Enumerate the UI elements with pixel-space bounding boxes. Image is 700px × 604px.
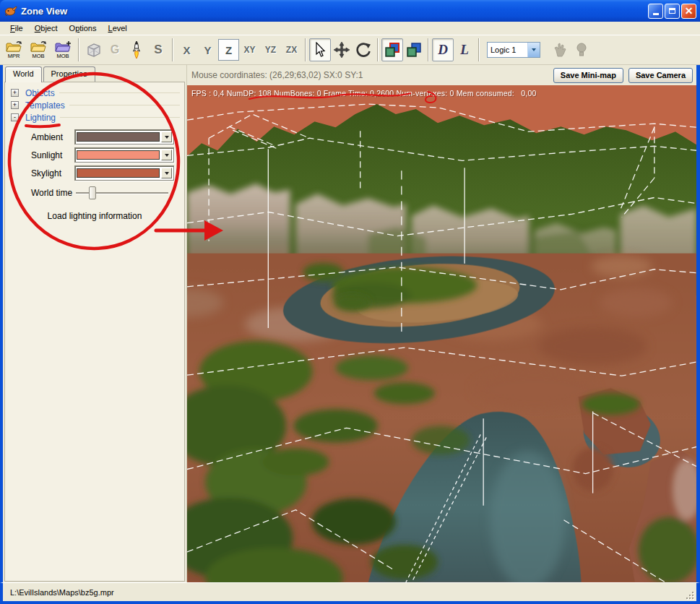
window-frame-bottom [0, 601, 700, 604]
open-mob-label: MOB [32, 53, 44, 59]
scene-viewport[interactable]: FPS : 0,4 NumDP: 108 NumBones: 0 Frame T… [187, 85, 696, 582]
tree-rule [60, 117, 180, 118]
skylight-dropdown-button[interactable] [161, 168, 172, 178]
disabled-hand-button [549, 38, 571, 61]
rotate-tool-button[interactable] [353, 38, 374, 61]
menu-object[interactable]: Object [29, 23, 64, 33]
layers-red-icon [384, 42, 401, 58]
fraktur-l-button[interactable]: L [454, 38, 475, 61]
toolbar: MPR MOB MOB [0, 35, 700, 65]
toolbar-separator [305, 38, 306, 61]
mouse-coordinates: Mouse coordinates: (26,29;63,02) SX:0 SY… [191, 70, 548, 80]
move-tool-button[interactable] [331, 38, 353, 61]
tree-item-templates[interactable]: + Templates [5, 99, 184, 111]
world-time-label: World time [31, 188, 76, 198]
layers-red-button[interactable] [381, 38, 403, 61]
status-file-path: L:\EvilIslands\Maps\bz5g.mpr [10, 588, 114, 597]
logic-select-dropdown-button[interactable] [527, 43, 540, 57]
add-mob-label: MOB [56, 53, 69, 59]
save-camera-button[interactable]: Save Camera [628, 68, 693, 83]
logic-select-value: Logic 1 [488, 46, 527, 54]
maximize-button[interactable] [665, 4, 680, 19]
load-lighting-link[interactable]: Load lighting information [5, 211, 184, 221]
g-tool-button[interactable]: G [104, 38, 126, 61]
logic-select[interactable]: Logic 1 [487, 42, 540, 58]
skylight-row: Skylight [5, 164, 184, 182]
maximize-icon [669, 8, 675, 14]
tree-label-templates[interactable]: Templates [25, 100, 65, 111]
expand-plus-icon[interactable]: + [11, 101, 19, 109]
menu-file[interactable]: File [4, 23, 29, 33]
world-time-slider[interactable] [76, 186, 168, 199]
chevron-down-icon [165, 154, 169, 157]
title-bar: Zone View ✕ [0, 0, 700, 22]
rocket-tool-button[interactable] [126, 38, 147, 61]
sunlight-color-picker[interactable] [74, 147, 174, 163]
open-mpr-button[interactable]: MPR [1, 37, 26, 63]
tree-item-lighting[interactable]: - Lighting [5, 111, 184, 124]
lightbulb-icon [576, 42, 587, 58]
skylight-color-swatch [77, 168, 160, 178]
terrain-render [187, 85, 696, 582]
add-mob-button[interactable]: MOB [51, 37, 75, 63]
disabled-bulb-button [571, 38, 592, 61]
axis-xy-button[interactable]: XY [239, 39, 260, 61]
tab-world[interactable]: World [5, 66, 42, 82]
collapse-minus-icon[interactable]: - [11, 113, 19, 121]
expand-plus-icon[interactable]: + [11, 89, 19, 97]
open-folder-mob-icon [30, 40, 47, 53]
toolbar-separator [172, 38, 173, 61]
rotate-icon [355, 41, 372, 59]
app-window: Zone View ✕ File Object Options Level MP… [0, 0, 700, 604]
side-panel: World Properties + Objects + Templates -… [3, 65, 186, 582]
tree-rule [69, 105, 180, 105]
status-bar: L:\EvilIslands\Maps\bz5g.mpr [0, 582, 700, 601]
close-button[interactable]: ✕ [681, 4, 696, 19]
sunlight-dropdown-button[interactable] [161, 150, 172, 160]
toolbar-separator [377, 38, 379, 61]
axis-zx-button[interactable]: ZX [281, 39, 302, 61]
axis-yz-button[interactable]: YZ [260, 39, 281, 61]
axis-x-button[interactable]: X [176, 39, 197, 61]
tab-properties[interactable]: Properties [43, 66, 95, 82]
layers-blue-button[interactable] [403, 38, 425, 61]
tree-label-objects[interactable]: Objects [25, 88, 55, 98]
skylight-color-picker[interactable] [74, 165, 174, 181]
fps-stats: FPS : 0,4 NumDP: 108 NumBones: 0 Frame T… [191, 89, 536, 98]
lighting-section: Ambient Sunlight Sky [5, 124, 184, 221]
save-minimap-button[interactable]: Save Mini-map [553, 68, 623, 83]
window-title: Zone View [21, 6, 647, 17]
minimize-icon [653, 13, 659, 15]
tree-label-lighting[interactable]: Lighting [25, 113, 56, 123]
ambient-dropdown-button[interactable] [161, 131, 172, 142]
add-folder-mob-icon [54, 40, 72, 53]
open-mpr-label: MPR [8, 53, 20, 59]
fraktur-d-button[interactable]: D [432, 38, 454, 61]
ambient-color-swatch [77, 132, 160, 142]
minimize-button[interactable] [648, 4, 663, 19]
chevron-down-icon [165, 172, 169, 175]
tree-item-objects[interactable]: + Objects [5, 87, 184, 99]
slider-thumb[interactable] [89, 186, 96, 199]
cube-tool-button[interactable] [82, 38, 104, 61]
open-mob-button[interactable]: MOB [26, 37, 51, 63]
ambient-row: Ambient [5, 128, 184, 146]
select-tool-button[interactable] [309, 38, 331, 61]
toolbar-separator [428, 38, 429, 61]
axis-y-button[interactable]: Y [197, 39, 218, 61]
app-icon [4, 5, 17, 17]
ambient-label: Ambient [31, 132, 74, 142]
ambient-color-picker[interactable] [74, 129, 174, 144]
menu-options[interactable]: Options [64, 23, 103, 33]
panel-tabs: World Properties [4, 66, 186, 82]
menu-level[interactable]: Level [103, 23, 133, 33]
rocket-icon [131, 40, 142, 59]
s-tool-button[interactable]: S [147, 38, 169, 61]
resize-grip[interactable] [684, 590, 693, 599]
fraktur-d-label: D [438, 42, 448, 58]
axis-z-button[interactable]: Z [218, 39, 239, 61]
chevron-down-icon [165, 136, 169, 139]
g-tool-label: G [111, 43, 119, 56]
s-tool-label: S [154, 43, 162, 57]
toolbar-separator [78, 38, 79, 61]
